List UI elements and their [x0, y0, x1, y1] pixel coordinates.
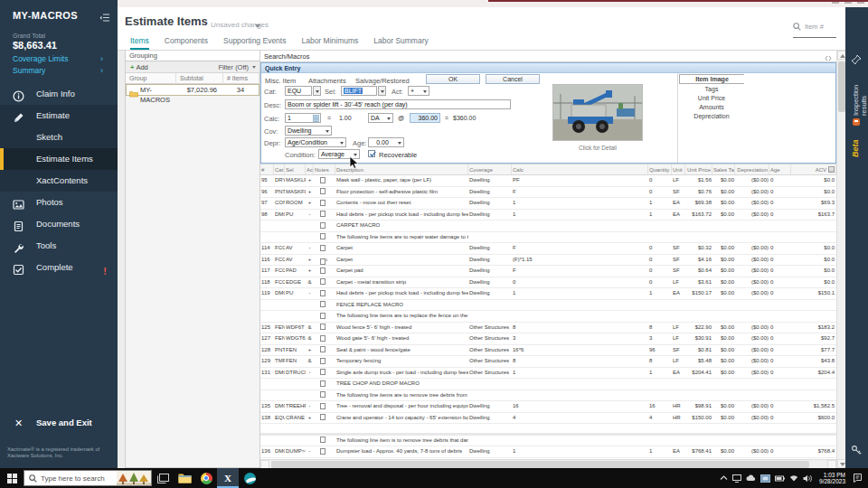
table-row[interactable]: 131DMODTRUCK-Single axle dump truck - pe…: [260, 368, 836, 380]
sidebar-item-complete[interactable]: Complete !: [0, 257, 118, 278]
sidebar-item-sketch[interactable]: Sketch: [0, 127, 118, 148]
tab-unit-price[interactable]: Unit Price: [679, 94, 744, 102]
calculator-icon[interactable]: [313, 115, 319, 124]
tab-salvage-restored[interactable]: Salvage/Restored: [355, 77, 410, 85]
item-image[interactable]: [552, 84, 643, 141]
sel-field[interactable]: BLIFT: [341, 86, 377, 96]
tab-tags[interactable]: Tags: [679, 85, 744, 93]
table-note-row[interactable]: The following line items are to remove t…: [260, 390, 836, 402]
tray-expand-icon[interactable]: [720, 475, 728, 481]
tab-labor-summary[interactable]: Labor Summary: [373, 34, 428, 50]
coverage-limits-link[interactable]: Coverage Limits›: [13, 54, 108, 63]
action-center-icon[interactable]: [853, 474, 863, 483]
maximize-icon[interactable]: [844, 2, 852, 5]
table-row[interactable]: 138EQUCRANE+Crane and operator - 14 ton …: [260, 413, 836, 425]
file-explorer-button[interactable]: [174, 468, 195, 488]
column-header[interactable]: Unit: [672, 164, 685, 174]
table-row[interactable]: 136DMODUMP>>-Dumpster load - Approx. 40 …: [260, 446, 836, 458]
key-icon[interactable]: [851, 443, 862, 459]
tab-supporting-events[interactable]: Supporting Events: [223, 34, 286, 50]
cancel-button[interactable]: Cancel: [486, 74, 540, 84]
table-row[interactable]: 98DMOPU-Haul debris - per pickup truck l…: [260, 210, 836, 221]
desc-field[interactable]: Boom or spider lift - 30'-45' reach (per…: [285, 99, 511, 109]
sidebar-item-documents[interactable]: Documents: [0, 213, 118, 235]
act-dropdown[interactable]: +: [408, 86, 429, 96]
save-and-exit-button[interactable]: ✕ Save and Exit: [0, 412, 118, 434]
table-row[interactable]: 96PNTMASKFL+Floor protection - self-adhe…: [260, 187, 836, 199]
table-gap-row[interactable]: [260, 424, 836, 436]
chrome-button[interactable]: [195, 468, 217, 488]
column-header[interactable]: Sales Tax: [712, 164, 735, 174]
table-note-row[interactable]: The following line item is to remove tre…: [260, 436, 836, 447]
table-row[interactable]: 127FENWDGT6T&Wood gate 5'- 6' high - tre…: [260, 333, 836, 345]
column-header[interactable]: Cat: [274, 164, 285, 174]
column-header[interactable]: Unit Price: [685, 164, 712, 174]
table-row[interactable]: 114FCCAV-CarpetDwellingF0SF$0.32$0.00($0…: [260, 243, 836, 255]
table-row[interactable]: 128PNTFEN+Seal & paint - wood fence/gate…: [260, 345, 836, 357]
tab-components[interactable]: Components: [165, 34, 208, 50]
sidebar-item-estimate[interactable]: Estimate: [0, 105, 118, 127]
inspection-results-tab[interactable]: Inspection results: [852, 63, 868, 116]
unit-price-field[interactable]: 360.00: [410, 113, 440, 123]
taskbar-search[interactable]: Type here to search: [24, 470, 152, 486]
vertical-scroll-thumb[interactable]: [838, 61, 845, 112]
column-header[interactable]: Act: [306, 164, 314, 174]
column-header[interactable]: Calc: [512, 164, 648, 174]
table-row[interactable]: 118FCCEDGE&Carpet - metal transition str…: [260, 277, 836, 289]
xactimate-button[interactable]: X: [217, 468, 239, 488]
column-header[interactable]: #: [260, 164, 274, 174]
add-group-button[interactable]: +Add: [130, 61, 148, 73]
wifi-icon[interactable]: [789, 474, 798, 482]
coverage-dropdown[interactable]: Dwelling: [285, 126, 332, 136]
tab-depreciation[interactable]: Depreciation: [679, 112, 744, 120]
teal-app-button[interactable]: [239, 468, 260, 488]
cloud-icon[interactable]: [746, 474, 756, 482]
table-row[interactable]: 129TMPFEN&Temporary fencingOther Structu…: [260, 356, 836, 368]
table-row[interactable]: 119DMOPU-Haul debris - per pickup truck …: [260, 288, 836, 300]
chevron-down-icon[interactable]: [255, 24, 260, 28]
horizontal-scrollbar[interactable]: [260, 459, 836, 468]
click-for-detail-link[interactable]: Click for Detail: [552, 145, 643, 151]
tab-items[interactable]: Items: [130, 34, 149, 50]
table-row[interactable]: 125FENWDF6T&Wood fence 5'- 6' high - tre…: [260, 323, 836, 334]
age-dropdown[interactable]: 0.00: [368, 137, 404, 147]
ok-button[interactable]: OK: [426, 74, 480, 84]
sidebar-item-photos[interactable]: Photos: [0, 192, 118, 213]
table-note-row[interactable]: CARPET MACRO: [260, 221, 836, 232]
column-header[interactable]: Depreciation: [735, 164, 769, 174]
tab-misc-item[interactable]: Misc. Item: [265, 77, 296, 85]
unit-dropdown[interactable]: DA: [368, 113, 393, 123]
chevron-down-icon[interactable]: [252, 66, 256, 69]
sidebar-item-xactcontents[interactable]: XactContents: [0, 170, 118, 192]
tab-amounts[interactable]: Amounts: [679, 103, 744, 111]
table-row[interactable]: 117FCCPAD+Carpet padDwellingF0SF$0.64$0.…: [260, 266, 836, 277]
table-note-row[interactable]: TREE CHOP AND DROP MACRO: [260, 379, 836, 390]
task-view-button[interactable]: [152, 468, 174, 488]
horizontal-scroll-thumb[interactable]: [271, 461, 809, 468]
clock[interactable]: 1:03 PM 9/28/2023: [819, 472, 845, 485]
tab-item-image[interactable]: Item Image: [679, 74, 744, 84]
column-header[interactable]: Sel: [285, 164, 306, 174]
battery-icon[interactable]: [775, 475, 785, 482]
tab-attachments[interactable]: Attachments: [308, 77, 346, 85]
sidebar-item-claim-info[interactable]: Claim Info: [0, 83, 118, 105]
table-note-row[interactable]: FENCE REPLACE MACRO: [260, 300, 836, 312]
depreciation-dropdown[interactable]: Age/Condition: [285, 137, 346, 147]
collapse-sidebar-icon[interactable]: [99, 10, 110, 26]
column-header[interactable]: Age: [769, 164, 791, 174]
column-header[interactable]: Quantity: [648, 164, 672, 174]
table-row[interactable]: 95DRYMASKLF+Mask wall - plastic, paper, …: [260, 175, 836, 187]
search-macros-bar[interactable]: Search/Macros: [260, 51, 836, 62]
cat-field[interactable]: EQU: [285, 86, 312, 96]
minimize-icon[interactable]: [832, 2, 839, 5]
table-note-row[interactable]: The following line items are to replace …: [260, 311, 836, 323]
close-icon[interactable]: [857, 2, 864, 5]
tab-labor-minimums[interactable]: Labor Minimums: [301, 34, 358, 50]
recoverable-checkbox[interactable]: [368, 150, 375, 157]
cat-dropdown-icon[interactable]: [313, 86, 321, 96]
column-header[interactable]: Coverage: [468, 164, 512, 174]
group-row[interactable]: MY-MACROS $7,020.96 34: [126, 84, 259, 96]
table-row[interactable]: 135DMOTREEHR-Tree - removal and disposal…: [260, 401, 836, 413]
window-controls[interactable]: [832, 2, 864, 5]
monitor-icon[interactable]: [732, 474, 741, 483]
